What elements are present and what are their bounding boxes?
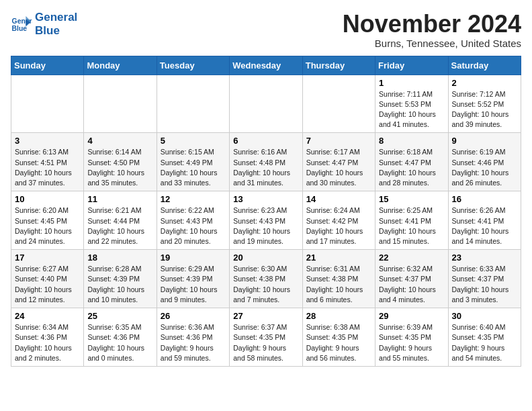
day-number: 3 (15, 136, 80, 146)
day-number: 12 (161, 194, 226, 204)
day-info: Sunrise: 6:27 AM Sunset: 4:40 PM Dayligh… (15, 264, 80, 305)
day-number: 21 (306, 253, 371, 263)
day-number: 10 (15, 194, 80, 204)
day-info: Sunrise: 6:36 AM Sunset: 4:36 PM Dayligh… (161, 322, 226, 363)
calendar-cell: 14Sunrise: 6:24 AM Sunset: 4:42 PM Dayli… (302, 191, 375, 250)
calendar-cell: 19Sunrise: 6:29 AM Sunset: 4:39 PM Dayli… (157, 250, 229, 308)
day-number: 14 (306, 194, 371, 204)
calendar-cell: 8Sunrise: 6:18 AM Sunset: 4:47 PM Daylig… (375, 133, 448, 191)
calendar-cell (230, 75, 302, 133)
calendar-cell: 18Sunrise: 6:28 AM Sunset: 4:39 PM Dayli… (84, 250, 157, 308)
day-info: Sunrise: 6:14 AM Sunset: 4:50 PM Dayligh… (87, 147, 152, 188)
calendar-cell: 24Sunrise: 6:34 AM Sunset: 4:36 PM Dayli… (11, 308, 84, 367)
calendar-cell: 1Sunrise: 7:11 AM Sunset: 5:53 PM Daylig… (375, 75, 448, 133)
day-number: 18 (87, 253, 152, 263)
day-number: 17 (15, 253, 80, 263)
weekday-header: Friday (375, 56, 448, 75)
month-title: November 2024 (343, 11, 521, 38)
weekday-header: Sunday (11, 56, 84, 75)
calendar-cell: 7Sunrise: 6:17 AM Sunset: 4:47 PM Daylig… (302, 133, 375, 191)
day-info: Sunrise: 6:32 AM Sunset: 4:37 PM Dayligh… (379, 264, 444, 305)
day-info: Sunrise: 6:35 AM Sunset: 4:36 PM Dayligh… (87, 322, 152, 363)
calendar-cell: 10Sunrise: 6:20 AM Sunset: 4:45 PM Dayli… (11, 191, 84, 250)
calendar-cell (84, 75, 157, 133)
calendar-cell: 22Sunrise: 6:32 AM Sunset: 4:37 PM Dayli… (375, 250, 448, 308)
day-number: 20 (233, 253, 298, 263)
day-number: 2 (452, 78, 517, 88)
day-info: Sunrise: 6:17 AM Sunset: 4:47 PM Dayligh… (306, 147, 371, 188)
logo: General Blue General Blue (11, 11, 77, 38)
day-number: 30 (452, 311, 517, 321)
calendar-cell: 25Sunrise: 6:35 AM Sunset: 4:36 PM Dayli… (84, 308, 157, 367)
day-number: 1 (379, 78, 444, 88)
title-block: November 2024 Burns, Tennessee, United S… (343, 11, 521, 49)
day-number: 22 (379, 253, 444, 263)
day-number: 25 (87, 311, 152, 321)
day-info: Sunrise: 6:19 AM Sunset: 4:46 PM Dayligh… (452, 147, 517, 188)
weekday-header: Thursday (302, 56, 375, 75)
day-info: Sunrise: 6:33 AM Sunset: 4:37 PM Dayligh… (452, 264, 517, 305)
day-number: 4 (87, 136, 152, 146)
day-info: Sunrise: 6:38 AM Sunset: 4:35 PM Dayligh… (306, 322, 371, 363)
calendar-cell: 26Sunrise: 6:36 AM Sunset: 4:36 PM Dayli… (157, 308, 229, 367)
day-info: Sunrise: 6:21 AM Sunset: 4:44 PM Dayligh… (87, 205, 152, 246)
calendar-cell: 28Sunrise: 6:38 AM Sunset: 4:35 PM Dayli… (302, 308, 375, 367)
calendar-cell: 17Sunrise: 6:27 AM Sunset: 4:40 PM Dayli… (11, 250, 84, 308)
logo-icon: General Blue (11, 15, 32, 34)
day-number: 8 (379, 136, 444, 146)
day-number: 24 (15, 311, 80, 321)
location-subtitle: Burns, Tennessee, United States (343, 38, 521, 49)
day-info: Sunrise: 6:31 AM Sunset: 4:38 PM Dayligh… (306, 264, 371, 305)
calendar-cell: 9Sunrise: 6:19 AM Sunset: 4:46 PM Daylig… (448, 133, 521, 191)
day-info: Sunrise: 6:16 AM Sunset: 4:48 PM Dayligh… (233, 147, 298, 188)
day-info: Sunrise: 6:23 AM Sunset: 4:43 PM Dayligh… (233, 205, 298, 246)
calendar-cell (157, 75, 229, 133)
calendar-cell: 4Sunrise: 6:14 AM Sunset: 4:50 PM Daylig… (84, 133, 157, 191)
day-number: 9 (452, 136, 517, 146)
calendar-cell: 23Sunrise: 6:33 AM Sunset: 4:37 PM Dayli… (448, 250, 521, 308)
svg-text:Blue: Blue (12, 26, 28, 33)
weekday-header: Monday (84, 56, 157, 75)
weekday-header: Wednesday (230, 56, 302, 75)
calendar-cell: 20Sunrise: 6:30 AM Sunset: 4:38 PM Dayli… (230, 250, 302, 308)
day-info: Sunrise: 7:12 AM Sunset: 5:52 PM Dayligh… (452, 89, 517, 130)
calendar-cell: 21Sunrise: 6:31 AM Sunset: 4:38 PM Dayli… (302, 250, 375, 308)
day-number: 15 (379, 194, 444, 204)
day-info: Sunrise: 6:20 AM Sunset: 4:45 PM Dayligh… (15, 205, 80, 246)
day-number: 11 (87, 194, 152, 204)
day-number: 16 (452, 194, 517, 204)
logo-blue: Blue (35, 24, 77, 38)
calendar-cell: 3Sunrise: 6:13 AM Sunset: 4:51 PM Daylig… (11, 133, 84, 191)
calendar-cell: 16Sunrise: 6:26 AM Sunset: 4:41 PM Dayli… (448, 191, 521, 250)
weekday-header: Tuesday (157, 56, 229, 75)
calendar-cell: 2Sunrise: 7:12 AM Sunset: 5:52 PM Daylig… (448, 75, 521, 133)
day-info: Sunrise: 6:18 AM Sunset: 4:47 PM Dayligh… (379, 147, 444, 188)
day-info: Sunrise: 6:25 AM Sunset: 4:41 PM Dayligh… (379, 205, 444, 246)
day-info: Sunrise: 6:40 AM Sunset: 4:35 PM Dayligh… (452, 322, 517, 363)
calendar-cell (11, 75, 84, 133)
calendar-cell: 15Sunrise: 6:25 AM Sunset: 4:41 PM Dayli… (375, 191, 448, 250)
day-info: Sunrise: 6:22 AM Sunset: 4:43 PM Dayligh… (161, 205, 226, 246)
calendar-table: SundayMondayTuesdayWednesdayThursdayFrid… (11, 56, 521, 367)
day-number: 19 (161, 253, 226, 263)
calendar-cell: 30Sunrise: 6:40 AM Sunset: 4:35 PM Dayli… (448, 308, 521, 367)
page-header: General Blue General Blue November 2024 … (11, 11, 521, 49)
day-info: Sunrise: 7:11 AM Sunset: 5:53 PM Dayligh… (379, 89, 444, 130)
day-number: 5 (161, 136, 226, 146)
day-info: Sunrise: 6:28 AM Sunset: 4:39 PM Dayligh… (87, 264, 152, 305)
day-number: 28 (306, 311, 371, 321)
calendar-cell: 13Sunrise: 6:23 AM Sunset: 4:43 PM Dayli… (230, 191, 302, 250)
day-info: Sunrise: 6:30 AM Sunset: 4:38 PM Dayligh… (233, 264, 298, 305)
day-number: 6 (233, 136, 298, 146)
calendar-cell: 29Sunrise: 6:39 AM Sunset: 4:35 PM Dayli… (375, 308, 448, 367)
day-info: Sunrise: 6:39 AM Sunset: 4:35 PM Dayligh… (379, 322, 444, 363)
day-info: Sunrise: 6:24 AM Sunset: 4:42 PM Dayligh… (306, 205, 371, 246)
day-number: 13 (233, 194, 298, 204)
day-number: 29 (379, 311, 444, 321)
day-info: Sunrise: 6:13 AM Sunset: 4:51 PM Dayligh… (15, 147, 80, 188)
calendar-cell: 11Sunrise: 6:21 AM Sunset: 4:44 PM Dayli… (84, 191, 157, 250)
day-info: Sunrise: 6:37 AM Sunset: 4:35 PM Dayligh… (233, 322, 298, 363)
weekday-header: Saturday (448, 56, 521, 75)
day-number: 27 (233, 311, 298, 321)
calendar-cell: 6Sunrise: 6:16 AM Sunset: 4:48 PM Daylig… (230, 133, 302, 191)
